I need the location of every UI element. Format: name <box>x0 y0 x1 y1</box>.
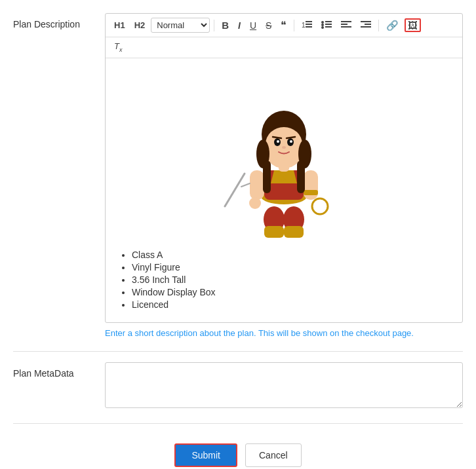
clear-format-button[interactable]: Tx <box>111 40 125 55</box>
toolbar-divider-3 <box>378 20 379 31</box>
svg-rect-10 <box>341 21 351 22</box>
svg-rect-3 <box>306 26 312 28</box>
editor-wrapper: H1 H2 Normal Heading 1 Heading 2 Heading… <box>105 13 463 338</box>
svg-rect-19 <box>284 226 304 238</box>
svg-rect-15 <box>361 26 371 28</box>
submit-button[interactable]: Submit <box>174 443 237 467</box>
list-item: 3.56 Inch Tall <box>132 274 452 285</box>
cancel-button[interactable]: Cancel <box>245 443 302 467</box>
divider-1 <box>13 351 463 352</box>
editor-body[interactable]: W <box>106 58 462 322</box>
metadata-input[interactable] <box>105 362 463 408</box>
svg-rect-14 <box>365 24 371 25</box>
strikethrough-button[interactable]: S <box>262 19 275 32</box>
ordered-list-icon: 1. <box>302 20 312 29</box>
svg-rect-39 <box>263 160 271 193</box>
ordered-list-button[interactable]: 1. <box>298 18 315 33</box>
svg-text:W: W <box>278 173 287 183</box>
svg-rect-9 <box>325 26 332 28</box>
toolbar: H1 H2 Normal Heading 1 Heading 2 Heading… <box>106 14 462 37</box>
svg-rect-7 <box>325 21 332 22</box>
figure-container: W <box>116 69 452 239</box>
align-left-icon <box>341 20 351 29</box>
divider-2 <box>13 423 463 424</box>
button-row: Submit Cancel <box>13 443 463 467</box>
metadata-content <box>105 362 463 410</box>
quote-button[interactable]: ❝ <box>277 18 290 33</box>
svg-point-5 <box>321 24 324 26</box>
svg-point-36 <box>266 127 302 161</box>
svg-rect-8 <box>325 24 332 25</box>
h1-button[interactable]: H1 <box>111 19 129 31</box>
description-list: Class A Vinyl Figure 3.56 Inch Tall Wind… <box>116 250 452 310</box>
plan-description-label: Plan Description <box>13 13 105 31</box>
h2-button[interactable]: H2 <box>131 19 149 31</box>
svg-point-6 <box>321 26 324 29</box>
format-select[interactable]: Normal Heading 1 Heading 2 Heading 3 <box>151 18 210 33</box>
toolbar-divider-2 <box>294 20 294 31</box>
list-item: Vinyl Figure <box>132 262 452 272</box>
plan-metadata-row: Plan MetaData <box>13 362 463 410</box>
align-right-button[interactable] <box>357 18 374 33</box>
toolbar-divider-1 <box>214 20 214 31</box>
svg-point-27 <box>249 197 261 209</box>
list-item: Licenced <box>132 299 452 310</box>
svg-rect-26 <box>304 190 318 195</box>
svg-rect-12 <box>341 26 351 28</box>
svg-point-47 <box>282 146 286 149</box>
hint-text-before: Enter a short description about the plan… <box>105 328 258 338</box>
align-right-icon <box>361 20 371 29</box>
link-button[interactable]: 🔗 <box>383 18 402 32</box>
list-item: Window Display Box <box>132 287 452 297</box>
svg-line-29 <box>241 183 250 187</box>
italic-button[interactable]: I <box>235 19 244 32</box>
hint-text: Enter a short description about the plan… <box>105 328 463 338</box>
plan-metadata-label: Plan MetaData <box>13 362 105 381</box>
toolbar-row2: Tx <box>106 37 462 58</box>
svg-rect-24 <box>250 170 264 200</box>
unordered-list-icon <box>321 20 332 29</box>
rich-text-editor: H1 H2 Normal Heading 1 Heading 2 Heading… <box>105 13 463 323</box>
svg-line-28 <box>225 174 245 206</box>
underline-button[interactable]: U <box>247 19 260 32</box>
svg-rect-40 <box>297 160 305 193</box>
wonder-woman-figure: W <box>218 69 349 239</box>
svg-point-30 <box>312 198 328 214</box>
svg-text:1.: 1. <box>302 22 307 29</box>
image-button[interactable]: 🖼 <box>405 18 421 32</box>
svg-rect-13 <box>361 21 371 22</box>
align-left-button[interactable] <box>338 18 355 33</box>
svg-rect-25 <box>304 170 318 200</box>
svg-point-4 <box>321 21 324 24</box>
svg-point-44 <box>290 140 292 143</box>
svg-rect-18 <box>264 226 284 238</box>
svg-rect-1 <box>306 21 312 22</box>
bold-button[interactable]: B <box>218 18 232 32</box>
svg-point-43 <box>277 140 279 143</box>
unordered-list-button[interactable] <box>318 18 335 33</box>
svg-rect-2 <box>306 24 312 25</box>
hint-text-highlight: This will be shown on the checkout page. <box>258 328 414 338</box>
list-item: Class A <box>132 250 452 260</box>
plan-description-row: Plan Description H1 H2 Normal Heading 1 … <box>13 13 463 338</box>
svg-rect-11 <box>341 24 347 25</box>
